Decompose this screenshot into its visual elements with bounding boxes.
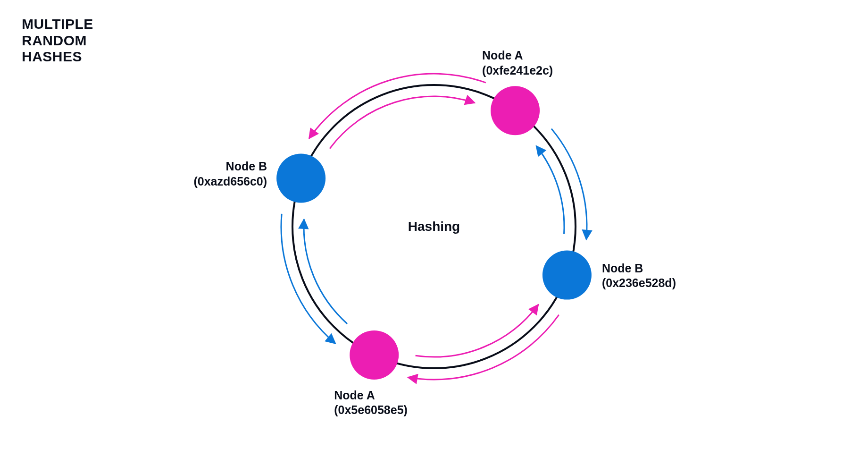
node-b-right-label: Node B(0x236e528d) [602, 261, 676, 291]
node-b-left-label: Node B(0xazd656c0) [182, 159, 267, 189]
arc-arrow [281, 214, 335, 344]
svg-point-1 [491, 86, 540, 135]
arc-arrow [330, 96, 475, 149]
node-a-bottom [350, 330, 399, 380]
node-a-top [491, 86, 540, 135]
center-label: Hashing [408, 219, 460, 234]
node-b-left [276, 153, 326, 203]
svg-point-3 [350, 330, 399, 380]
node-name: Node B [182, 159, 267, 174]
node-hash: (0xfe241e2c) [482, 63, 553, 78]
svg-point-4 [276, 153, 326, 203]
arc-arrow [309, 74, 486, 138]
node-b-right [542, 251, 592, 300]
node-a-bottom-label: Node A(0x5e6058e5) [334, 388, 408, 418]
node-a-top-label: Node A(0xfe241e2c) [482, 48, 553, 78]
node-name: Node A [482, 48, 553, 63]
node-name: Node B [602, 261, 676, 276]
arc-arrow [304, 220, 347, 324]
node-hash: (0x236e528d) [602, 276, 676, 290]
node-hash: (0xazd656c0) [182, 174, 267, 189]
arc-arrow [536, 146, 564, 234]
svg-point-2 [542, 251, 592, 300]
arc-arrow [416, 305, 538, 357]
node-hash: (0x5e6058e5) [334, 403, 408, 417]
node-name: Node A [334, 388, 408, 403]
